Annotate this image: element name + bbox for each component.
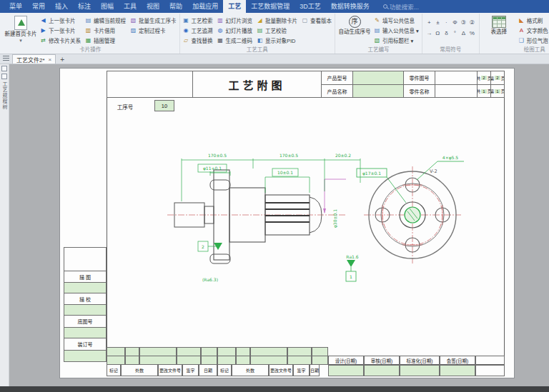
symbol-button[interactable]: ② — [468, 17, 476, 26]
button-label: 格式刷 — [527, 16, 543, 24]
process-tree-tab[interactable]: 工艺规程树 — [1, 81, 8, 110]
symbol-row: +±·Φ③② — [425, 17, 476, 26]
total-pages-cell-2[interactable]: 共1页 — [477, 84, 491, 98]
menu-tab[interactable]: 工具 — [119, 0, 142, 13]
ribbon-button[interactable]: ◉ 工艺追溯 — [183, 26, 213, 35]
ribbon-button[interactable]: ❑ 形位气泡 — [518, 36, 549, 45]
symbol-button[interactable]: ± — [434, 17, 442, 26]
ribbon-button[interactable]: ▧ 引用标题栏 ▾ — [374, 36, 419, 45]
ribbon-button[interactable]: ▢ 查看版本 — [302, 16, 332, 25]
document-tab[interactable]: 工艺文件2* × — [12, 54, 56, 64]
ribbon-button[interactable]: ▶ 下一张卡片 — [40, 26, 81, 35]
table-grid-icon — [492, 16, 506, 28]
current-page-cell[interactable]: 第2页 — [490, 71, 505, 85]
menu-tab[interactable]: 工艺数据管理 — [246, 0, 295, 13]
function-search[interactable]: 功能搜索... — [383, 0, 419, 13]
tree-panel-icon[interactable] — [1, 66, 7, 71]
ribbon-button[interactable]: ◧ 显示对象PID — [257, 36, 297, 45]
margin-row-value[interactable] — [64, 304, 107, 316]
menu-tab[interactable]: 加载应用 — [187, 0, 223, 13]
ribbon-button[interactable]: ▧ 批量生成工序卡 — [130, 16, 177, 25]
revision-column-label: 更改文件号 — [269, 364, 293, 376]
menu-tab[interactable]: 视图 — [142, 0, 164, 13]
part-no-value[interactable] — [435, 71, 478, 85]
symbol-button[interactable]: ③ — [460, 17, 468, 26]
ribbon-button[interactable]: ▤ 工艺校验 — [257, 26, 297, 35]
symbol-button[interactable]: % — [468, 28, 476, 37]
ribbon-button[interactable]: ⇄ 修改卡片关系 — [40, 36, 81, 45]
ribbon-button[interactable]: ✎ 填写公共信息 — [374, 16, 419, 25]
symbol-button[interactable]: δ — [442, 28, 450, 37]
margin-row-value[interactable] — [64, 282, 107, 293]
button-icon: ▦ — [217, 37, 224, 44]
button-label: 输入公共信息 ▾ — [382, 26, 419, 34]
ribbon-button[interactable]: ◣ 格式刷 — [518, 16, 549, 25]
button-icon: ▣ — [183, 17, 189, 24]
sign-value[interactable] — [364, 365, 400, 376]
ribbon-button[interactable]: ▥ 卡片借用 — [85, 26, 126, 35]
ribbon-button[interactable]: ▤ 输入公共信息 ▾ — [374, 26, 419, 35]
margin-row-value[interactable] — [64, 350, 107, 362]
symbol-button[interactable]: → — [425, 28, 433, 37]
menu-tab[interactable]: 插入 — [50, 0, 73, 13]
symbol-button[interactable]: Φ — [451, 17, 459, 26]
menu-tab[interactable]: 菜单 — [4, 0, 27, 13]
panel-toggle-icon[interactable] — [3, 56, 9, 62]
process-write-columns: ✎ 填写公共信息 ▤ 输入公共信息 ▾ ▧ 引用标题栏 ▾ — [374, 14, 419, 45]
symbol-button[interactable]: Δ — [460, 28, 468, 37]
total-pages-cell[interactable]: 共2页 — [477, 71, 491, 85]
menu-tab[interactable]: 图幅 — [96, 0, 119, 13]
button-icon: ▧ — [374, 37, 380, 44]
product-model-value[interactable] — [352, 71, 404, 85]
button-column: ▣ 工艺检索 ◉ 工艺追溯 ▱ 查找替换 — [183, 14, 213, 45]
button-icon: ▤ — [85, 17, 92, 24]
ribbon-button[interactable]: ▱ 查找替换 — [183, 36, 213, 45]
menu-tab[interactable]: 3D工艺 — [295, 0, 326, 13]
group-label: 卡片操作 — [1, 46, 179, 54]
group-label: 工艺编写 — [335, 46, 422, 54]
menu-tab[interactable]: 常用 — [27, 0, 50, 13]
ribbon-button[interactable]: ◢ 批量删除卡片 — [257, 16, 297, 25]
menu-tab[interactable]: 帮助 — [164, 0, 187, 13]
close-icon[interactable]: × — [49, 56, 52, 63]
ribbon-button[interactable]: ◍ 幻灯片播放 — [217, 26, 253, 35]
card-panel-icon[interactable] — [1, 74, 7, 79]
draw-tools-columns: ◣ 格式刷 A 文字颜色 ▾ ❑ 形位气泡 ⚑ — [518, 14, 549, 45]
new-home-card-button[interactable]: 新建首页卡片 ▾ — [4, 14, 37, 45]
product-name-value[interactable] — [352, 84, 404, 98]
symbol-rows: +±·Φ③② →Ωδ°Δ% — [425, 14, 476, 45]
ribbon-button[interactable]: ▦ 生成二维码 — [217, 36, 253, 45]
ribbon-button[interactable]: A 文字颜色 ▾ — [518, 26, 549, 35]
dim-shaft-dia: φ30±0.1 — [332, 209, 338, 228]
current-page-cell-2[interactable]: 第1页 — [490, 84, 505, 98]
symbol-button[interactable]: · — [442, 17, 450, 26]
menu-tab-active[interactable]: 工艺 — [223, 0, 246, 13]
dim-slot-dia: φ11+0.1 — [203, 166, 222, 171]
current-page-value: 2 — [495, 76, 500, 80]
symbol-button[interactable]: + — [425, 17, 433, 26]
ribbon-button[interactable]: ◀ 上一张卡片 — [40, 16, 81, 25]
sign-value[interactable] — [440, 365, 475, 376]
symbol-button[interactable]: Ω — [434, 28, 442, 37]
symbol-button[interactable]: ° — [451, 28, 459, 37]
big-button-label: 新建首页卡片 — [5, 31, 37, 38]
ribbon-button[interactable]: ▨ 定制过程卡 — [130, 26, 177, 35]
sign-value[interactable] — [400, 365, 440, 376]
ribbon-button[interactable]: ▥ 幻灯片浏览 — [217, 16, 253, 25]
new-tab-button[interactable]: + — [56, 56, 69, 64]
ribbon-button[interactable]: ▣ 工艺检索 — [183, 16, 213, 25]
sign-col-review: 审核(日期) — [364, 356, 400, 366]
margin-row-value[interactable] — [64, 327, 107, 338]
auto-sequence-button[interactable]: 序 自动生成序号 — [338, 14, 371, 45]
process-no-value[interactable]: 10 — [154, 100, 174, 111]
ribbon-button[interactable]: ▤ 编辑当前规程 — [85, 16, 126, 25]
titleblock-empty-cell[interactable] — [107, 71, 193, 98]
menu-tab[interactable]: 标注 — [73, 0, 96, 13]
table-select-button[interactable]: 表选择 — [483, 14, 515, 45]
drawing-canvas[interactable]: 工艺附图 产品型号 零件图号 共2页 第2页 产品名称 零件名称 共1页 — [9, 64, 549, 386]
part-name-value[interactable] — [435, 84, 478, 98]
button-label: 文字颜色 ▾ — [527, 26, 549, 34]
menu-tab[interactable]: 数据转换服务 — [326, 0, 375, 13]
sign-value[interactable] — [328, 365, 364, 376]
ribbon-button[interactable]: ▦ 插图管理 — [85, 36, 126, 45]
